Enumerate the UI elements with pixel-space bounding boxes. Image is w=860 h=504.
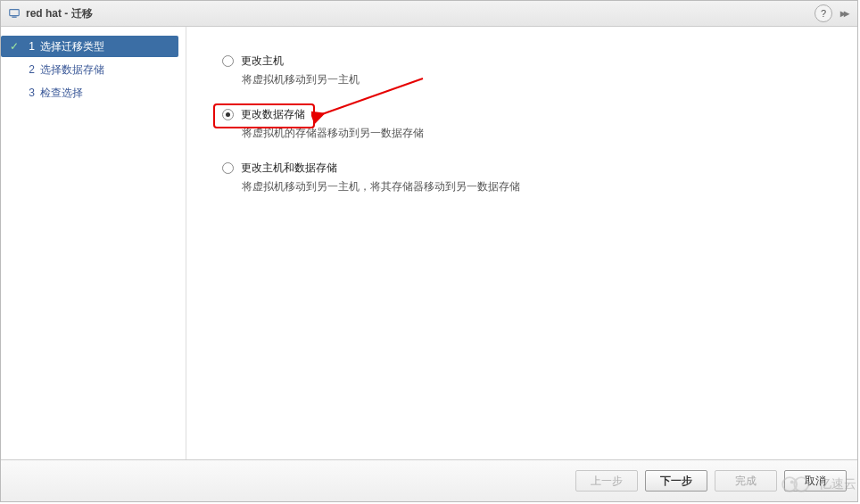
finish-button: 完成 [715, 470, 777, 492]
next-button[interactable]: 下一步 [645, 470, 707, 492]
step-label: 选择数据存储 [40, 62, 104, 78]
titlebar: red hat - 迁移 ? ▸▸ [1, 1, 857, 27]
radio-change-datastore[interactable] [222, 109, 234, 120]
radio-change-host[interactable] [222, 55, 234, 67]
help-icon[interactable]: ? [815, 4, 832, 22]
step-number: 3 [22, 87, 35, 99]
option-label[interactable]: 更改主机和数据存储 [241, 161, 337, 176]
option-description: 将虚拟机的存储器移动到另一数据存储 [242, 126, 822, 141]
option-change-both: 更改主机和数据存储 将虚拟机移动到另一主机，将其存储器移动到另一数据存储 [222, 161, 822, 194]
step-label: 检查选择 [40, 86, 83, 101]
check-icon: ✓ [8, 40, 21, 53]
wizard-step-migration-type[interactable]: ✓ 1 选择迁移类型 [1, 36, 178, 57]
option-description: 将虚拟机移动到另一主机 [242, 72, 822, 87]
option-change-host: 更改主机 将虚拟机移动到另一主机 [222, 54, 822, 87]
radio-change-both[interactable] [222, 162, 234, 174]
dialog-footer: 上一步 下一步 完成 取消 [1, 459, 857, 501]
migration-dialog: red hat - 迁移 ? ▸▸ ✓ 1 选择迁移类型 2 选择数据存储 3 … [0, 0, 858, 502]
option-change-datastore: 更改数据存储 将虚拟机的存储器移动到另一数据存储 [222, 107, 822, 141]
cancel-button[interactable]: 取消 [784, 470, 847, 492]
expand-icon[interactable]: ▸▸ [838, 7, 850, 20]
wizard-content: 更改主机 将虚拟机移动到另一主机 更改数据存储 将虚拟机的存储器移动到另一数据存… [186, 27, 857, 459]
step-label: 选择迁移类型 [40, 39, 104, 54]
dialog-title: red hat - 迁移 [26, 6, 93, 21]
dialog-body: ✓ 1 选择迁移类型 2 选择数据存储 3 检查选择 更改主机 [1, 27, 857, 459]
svg-rect-1 [12, 17, 16, 18]
wizard-step-review[interactable]: 3 检查选择 [1, 82, 178, 103]
wizard-steps-sidebar: ✓ 1 选择迁移类型 2 选择数据存储 3 检查选择 [1, 27, 186, 459]
wizard-step-select-datastore[interactable]: 2 选择数据存储 [1, 59, 178, 80]
step-number: 2 [22, 63, 35, 76]
option-label[interactable]: 更改数据存储 [241, 107, 305, 122]
vm-icon [8, 7, 21, 20]
option-label[interactable]: 更改主机 [241, 54, 284, 69]
svg-rect-0 [10, 10, 20, 16]
back-button: 上一步 [575, 470, 638, 492]
step-number: 1 [22, 40, 35, 53]
option-description: 将虚拟机移动到另一主机，将其存储器移动到另一数据存储 [242, 179, 822, 194]
